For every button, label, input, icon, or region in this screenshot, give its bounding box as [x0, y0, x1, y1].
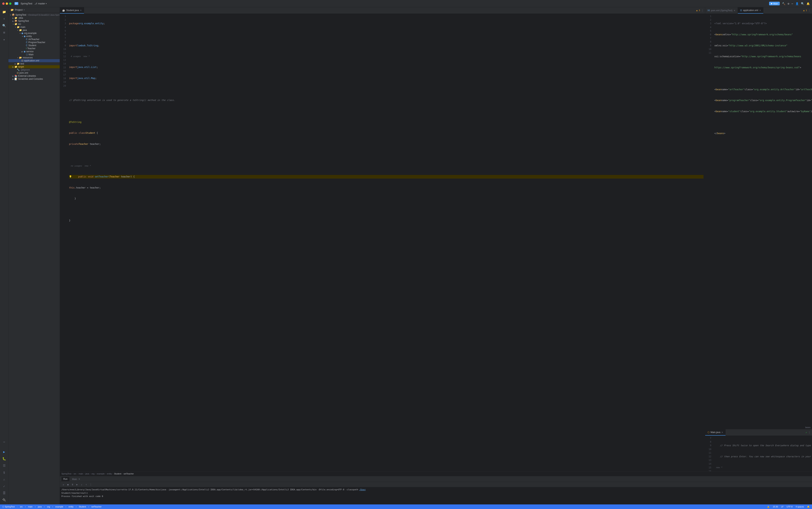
status-encoding[interactable]: UTF-8 — [787, 506, 792, 508]
folder-icon: 📁 — [14, 23, 17, 25]
tab-run[interactable]: Run — [61, 477, 69, 481]
sidebar-item-pom-xml[interactable]: ⊡ pom.xml — [8, 71, 60, 74]
code-line: // then press Enter. You can now see whi… — [714, 455, 812, 459]
sidebar-item-springtest-root[interactable]: ▾ 📦 SpringTest ~/Desktop/CS/JavaEE/2 Jav… — [8, 13, 60, 16]
search-icon[interactable]: 🔍 — [801, 2, 804, 5]
editor-split: ☕ Student.java × ▲ 3 ⋮ 1 2 3 — [60, 7, 812, 471]
sidebar-item-springtest[interactable]: ▶ 📦 SpringTest — [8, 20, 60, 23]
code-lines[interactable]: <?xml version="1.0" encoding="UTF-8"?> <… — [713, 14, 812, 426]
more-actions-icon[interactable]: ⋮ — [808, 9, 810, 12]
sidebar-item-main-folder[interactable]: ▾ 📁 main — [8, 26, 60, 29]
status-indent[interactable]: 4 spaces — [796, 506, 804, 508]
breadcrumb-main[interactable]: main — [78, 473, 83, 475]
terminal-icon[interactable]: $ — [1, 469, 7, 475]
sidebar-item-resources[interactable]: ▾ 📂 resources — [8, 56, 60, 59]
breadcrumb-springtest[interactable]: SpringTest — [61, 473, 71, 475]
sidebar-item-src[interactable]: ▾ 📁 src — [8, 23, 60, 26]
warning-indicator: ▲ 3 — [696, 9, 700, 12]
run-panel-icon[interactable]: ▶ — [1, 449, 7, 455]
tab-close-icon[interactable]: × — [734, 9, 735, 12]
tab-application-xml[interactable]: ⊡ application.xml × — [738, 7, 764, 13]
more-icon[interactable]: ⋯ — [791, 2, 793, 5]
todo-icon[interactable]: ✓ — [1, 483, 7, 489]
find-icon[interactable]: 🔍 — [1, 23, 7, 29]
right-code-content[interactable]: 1 2 3 4 5 6 7 8 9 10 11 — [705, 14, 812, 426]
sidebar-item-scratches[interactable]: ▶ 📝 Scratches and Consoles — [8, 77, 60, 80]
user-icon[interactable]: 👤 — [796, 2, 799, 5]
bookmark-icon[interactable]: ★ — [1, 36, 7, 42]
step-button[interactable]: ↓ — [80, 483, 83, 486]
settings-icon[interactable]: ⚙ — [787, 2, 789, 5]
build-icon[interactable]: 🔨 — [782, 2, 785, 5]
close-button[interactable] — [2, 2, 5, 5]
sidebar-item-service[interactable]: ▶ ◉ service — [8, 50, 60, 53]
sidebar: 📂 Project ▾ ▾ 📦 SpringTest ~/Desktop/CS/… — [8, 7, 60, 504]
minimize-button[interactable] — [6, 2, 8, 5]
console-link[interactable]: /User — [359, 488, 366, 491]
tab-close-icon[interactable]: × — [760, 9, 761, 12]
sidebar-item-target[interactable]: ▶ 📁 target — [8, 65, 60, 68]
services-icon[interactable]: ☰ — [1, 463, 7, 469]
sidebar-item-entity[interactable]: ▾ ◉ entity — [8, 35, 60, 38]
breadcrumb-src[interactable]: src — [74, 473, 76, 475]
breadcrumb-org[interactable]: org — [91, 473, 95, 475]
status-notifications-icon[interactable]: 🔔 — [807, 506, 810, 508]
code-lines[interactable]: package org.example.entity; import lombo… — [68, 14, 705, 471]
sidebar-item-java[interactable]: ▾ 📁 java — [8, 29, 60, 32]
more-actions-icon[interactable]: ⋮ — [808, 431, 810, 434]
main-class-icon: ⬡ — [26, 53, 28, 56]
more-button[interactable]: ⋮ — [89, 483, 93, 486]
tab-pom-xml[interactable]: 𝕄 pom.xml (SpringTest) × — [705, 7, 738, 13]
breadcrumb-setteacher[interactable]: setTeacher — [123, 473, 134, 475]
sidebar-item-programteacher[interactable]: C ProgramTeacher — [8, 41, 60, 44]
status-position[interactable]: 15:30 — [773, 506, 778, 508]
sidebar-item-student[interactable]: C Student — [8, 44, 60, 47]
code-line: // @ToString annotation is used to gener… — [69, 98, 704, 102]
titlebar-actions: ▶ Main 🔨 ⚙ ⋯ 👤 🔍 🔔 — [769, 2, 810, 5]
branch-selector[interactable]: ⎇ master ▾ — [35, 2, 47, 5]
stop-button[interactable]: ◼ — [66, 483, 70, 486]
tab-close-icon[interactable]: × — [78, 477, 80, 481]
commit-icon[interactable]: ⬆ — [1, 15, 7, 22]
main-java-tabs-bar: ⬡ Main.java × ✓ ⋮ — [705, 429, 812, 436]
left-code-content[interactable]: 1 2 3 4 5 6 7 8 9 10 11 12 13 14 — [60, 14, 705, 471]
run-button[interactable]: ▶ Main — [769, 2, 780, 5]
notifications-icon[interactable]: 🔔 — [807, 2, 810, 5]
code-line — [69, 33, 704, 36]
maximize-button[interactable] — [9, 2, 11, 5]
sidebar-item-org-example[interactable]: ▾ ◉ org.example — [8, 32, 60, 35]
main-java-content[interactable]: 7 8 9 10 11 12 13 14 15 16 17 18 — [705, 436, 812, 471]
pause-button[interactable]: ⏸ — [71, 483, 74, 486]
problems-icon[interactable]: ⚠ — [1, 476, 7, 482]
tab-main-run[interactable]: Main × — [70, 477, 82, 481]
more-tools-icon[interactable]: ⋯ — [1, 439, 7, 445]
sidebar-item-application-xml[interactable]: ⊡ application.xml — [8, 59, 60, 62]
tab-close-icon[interactable]: × — [80, 9, 82, 12]
project-icon[interactable]: 📁 — [1, 9, 7, 15]
breadcrumb-entity[interactable]: entity — [107, 473, 112, 475]
structure-icon[interactable]: ⊞ — [1, 29, 7, 35]
sidebar-item-external-libraries[interactable]: ▶ 📚 External Libraries — [8, 74, 60, 77]
sidebar-item-artteacher[interactable]: C ArtTeacher — [8, 38, 60, 41]
sidebar-item-main-class[interactable]: ⬡ Main — [8, 53, 60, 56]
tab-close-icon[interactable]: × — [721, 431, 723, 434]
sidebar-item-teacher[interactable]: I Teacher — [8, 47, 60, 50]
database-icon[interactable]: 🗄 — [1, 490, 7, 496]
code-lines[interactable]: // Press Shift twice to open the Search … — [713, 436, 812, 471]
sidebar-item-gitignore[interactable]: 🔧 .gitignore — [8, 68, 60, 71]
plugins-icon[interactable]: 🔌 — [1, 497, 7, 503]
status-line-ending[interactable]: LF — [781, 506, 784, 508]
breadcrumb-student[interactable]: Student — [114, 473, 121, 475]
sidebar-item-test[interactable]: ▶ 📁 test — [8, 62, 60, 65]
breadcrumb-example[interactable]: example — [97, 473, 105, 475]
step-out-button[interactable]: ↑ — [84, 483, 88, 486]
breadcrumb-java[interactable]: java — [85, 473, 89, 475]
rerun-button[interactable]: ↺ — [61, 483, 65, 486]
tab-student-java[interactable]: ☕ Student.java × — [60, 7, 84, 13]
more-actions-icon[interactable]: ⋮ — [701, 9, 704, 12]
chevron-right-icon: ▶ — [14, 63, 17, 65]
resume-button[interactable]: ▶ — [75, 483, 79, 486]
sidebar-item-idea[interactable]: ▶ 📁 .idea — [8, 16, 60, 20]
debug-icon[interactable]: 🐛 — [1, 455, 7, 462]
tab-main-java[interactable]: ⬡ Main.java × — [705, 429, 726, 436]
